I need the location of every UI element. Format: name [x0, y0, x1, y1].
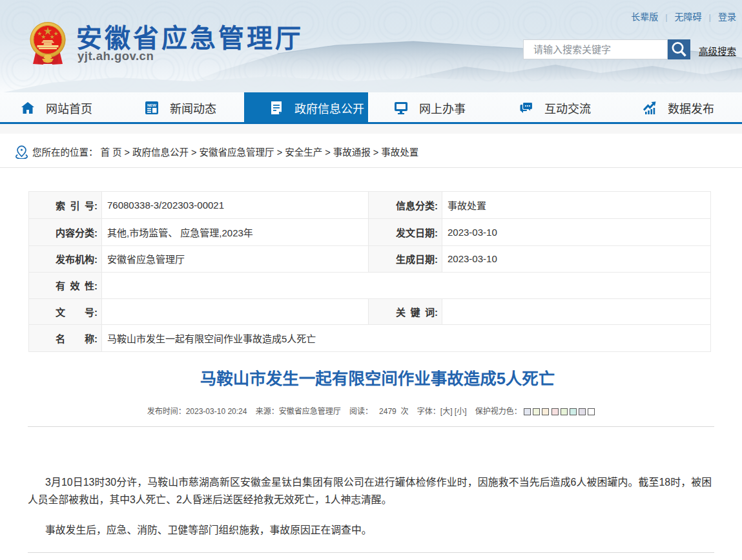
- svg-text:NEW: NEW: [147, 103, 156, 107]
